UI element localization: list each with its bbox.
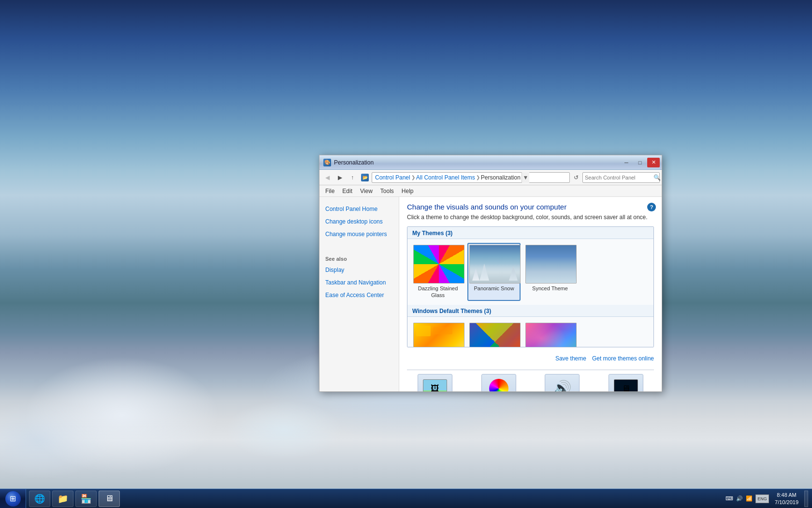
theme-name-synced: Synced Theme bbox=[525, 285, 575, 292]
option-desktop-background[interactable]: Desktop Background Slide Show bbox=[407, 374, 463, 391]
taskbar-control-panel[interactable]: 🖥 bbox=[99, 491, 120, 507]
save-theme-link[interactable]: Save theme bbox=[555, 355, 586, 362]
get-more-themes-link[interactable]: Get more themes online bbox=[592, 355, 654, 362]
taskbar-items: 🌐 📁 🏪 🖥 bbox=[26, 489, 722, 508]
desktop-background-icon bbox=[418, 374, 452, 391]
menu-help[interactable]: Help bbox=[398, 186, 418, 196]
theme-windows-2[interactable]: Windows bbox=[467, 321, 521, 347]
taskbar-right: ⌨ 🔊 📶 ENG 8:48 AM 7/10/2019 bbox=[722, 489, 812, 508]
show-desktop-button[interactable] bbox=[804, 491, 808, 507]
theme-name-dazzling: Dazzling Stained Glass bbox=[413, 285, 463, 299]
theme-preview-panoramic bbox=[469, 245, 521, 284]
theme-preview-synced bbox=[525, 245, 577, 284]
start-button[interactable]: ⊞ bbox=[0, 489, 26, 508]
tray-network[interactable]: 📶 bbox=[746, 495, 753, 502]
sounds-icon-box: 🔊 bbox=[545, 374, 580, 391]
sidebar-control-panel-home[interactable]: Control Panel Home bbox=[319, 203, 399, 215]
page-subtitle: Click a theme to change the desktop back… bbox=[407, 214, 654, 221]
theme-preview-windows-3 bbox=[525, 323, 577, 347]
back-button[interactable]: ◀ bbox=[321, 172, 333, 183]
sidebar-display[interactable]: Display bbox=[319, 264, 399, 276]
minimize-button[interactable]: ─ bbox=[620, 158, 633, 167]
menu-file[interactable]: File bbox=[321, 186, 338, 196]
page-heading: Change the visuals and sounds on your co… bbox=[407, 203, 654, 211]
title-bar: 🎨 Personalization ─ □ ✕ bbox=[319, 155, 662, 170]
close-button[interactable]: ✕ bbox=[647, 158, 660, 167]
theme-name-panoramic: Panoramic Snow bbox=[469, 285, 519, 292]
tray-lang[interactable]: ENG bbox=[755, 494, 769, 503]
color-swatch-icon bbox=[489, 379, 508, 391]
desktop: 🎨 Personalization ─ □ ✕ ◀ ▶ ↑ 📂 Control … bbox=[0, 0, 812, 508]
sidebar-change-mouse-pointers[interactable]: Change mouse pointers bbox=[319, 228, 399, 240]
up-button[interactable]: ↑ bbox=[347, 172, 358, 183]
sounds-icon: 🔊 bbox=[552, 379, 572, 391]
menu-edit[interactable]: Edit bbox=[338, 186, 356, 196]
breadcrumb-bar[interactable]: Control Panel ❯ All Control Panel Items … bbox=[372, 172, 570, 183]
color-icon-box bbox=[481, 374, 516, 391]
clock-time: 8:48 AM bbox=[777, 492, 796, 498]
my-themes-label: My Themes (3) bbox=[407, 227, 653, 239]
theme-preview-windows-2 bbox=[469, 323, 521, 347]
search-icon[interactable]: 🔍 bbox=[653, 174, 661, 181]
sidebar: Control Panel Home Change desktop icons … bbox=[319, 197, 399, 391]
option-color[interactable]: Color Automatic bbox=[471, 374, 527, 391]
help-icon[interactable]: ? bbox=[647, 203, 656, 211]
see-also-title: See also bbox=[319, 250, 399, 264]
breadcrumb-sep-1: ❯ bbox=[411, 175, 415, 180]
personalization-window: 🎨 Personalization ─ □ ✕ ◀ ▶ ↑ 📂 Control … bbox=[319, 155, 662, 392]
theme-windows-1[interactable]: Windows bbox=[411, 321, 464, 347]
background-preview bbox=[423, 379, 447, 391]
tray-volume[interactable]: 🔊 bbox=[736, 495, 743, 502]
option-sounds[interactable]: 🔊 Sounds Windows Default bbox=[535, 374, 591, 391]
windows-themes-label: Windows Default Themes (3) bbox=[407, 305, 653, 317]
address-dropdown-arrow[interactable]: ▼ bbox=[522, 172, 529, 183]
bottom-divider bbox=[407, 370, 654, 370]
location-icon: 📂 bbox=[361, 174, 369, 181]
taskbar-store[interactable]: 🏪 bbox=[75, 491, 97, 507]
screen-saver-icon-box: 🖥 bbox=[609, 374, 643, 391]
theme-preview-dazzling bbox=[413, 245, 464, 284]
themes-panel: My Themes (3) Dazzling Stained Glass bbox=[407, 226, 654, 347]
windows-themes-grid: Windows Windows Windows bbox=[407, 317, 653, 347]
clock[interactable]: 8:48 AM 7/10/2019 bbox=[771, 492, 802, 506]
window-title: Personalization bbox=[334, 159, 620, 166]
menu-view[interactable]: View bbox=[356, 186, 377, 196]
maximize-button[interactable]: □ bbox=[634, 158, 646, 167]
clock-date: 7/10/2019 bbox=[775, 499, 798, 506]
address-bar: ◀ ▶ ↑ 📂 Control Panel ❯ All Control Pane… bbox=[319, 170, 662, 185]
themes-links: Save theme Get more themes online bbox=[407, 353, 654, 364]
option-screen-saver[interactable]: 🖥 Screen Saver Blank bbox=[598, 374, 654, 391]
sidebar-change-desktop-icons[interactable]: Change desktop icons bbox=[319, 215, 399, 228]
main-content: ? Change the visuals and sounds on your … bbox=[399, 197, 662, 391]
refresh-button[interactable]: ↺ bbox=[571, 172, 581, 183]
theme-panoramic-snow[interactable]: Panoramic Snow bbox=[467, 243, 521, 301]
search-box: 🔍 bbox=[582, 172, 660, 183]
breadcrumb-sep-2: ❯ bbox=[476, 175, 480, 180]
sidebar-ease-of-access[interactable]: Ease of Access Center bbox=[319, 289, 399, 301]
title-controls: ─ □ ✕ bbox=[620, 158, 660, 167]
menu-tools[interactable]: Tools bbox=[377, 186, 398, 196]
taskbar: ⊞ 🌐 📁 🏪 🖥 ⌨ 🔊 📶 ENG 8:48 AM 7/10/2019 bbox=[0, 489, 812, 508]
breadcrumb-control-panel[interactable]: Control Panel bbox=[375, 174, 410, 181]
forward-button[interactable]: ▶ bbox=[334, 172, 346, 183]
theme-dazzling-stained-glass[interactable]: Dazzling Stained Glass bbox=[411, 243, 464, 301]
search-input[interactable] bbox=[585, 175, 652, 180]
breadcrumb-all-items[interactable]: All Control Panel Items bbox=[416, 174, 475, 181]
bottom-options: Desktop Background Slide Show Color Auto… bbox=[407, 374, 654, 391]
start-orb: ⊞ bbox=[5, 491, 21, 507]
window-icon: 🎨 bbox=[323, 159, 331, 166]
menu-bar: File Edit View Tools Help bbox=[319, 185, 662, 197]
taskbar-ie[interactable]: 🌐 bbox=[29, 491, 50, 507]
theme-synced[interactable]: Synced Theme bbox=[523, 243, 577, 301]
my-themes-grid: Dazzling Stained Glass Panorami bbox=[407, 239, 653, 305]
content-area: Control Panel Home Change desktop icons … bbox=[319, 197, 662, 391]
screen-saver-icon: 🖥 bbox=[614, 379, 638, 391]
breadcrumb-current: Personalization bbox=[481, 174, 521, 181]
theme-windows-3[interactable]: Windows bbox=[523, 321, 577, 347]
theme-preview-windows-1 bbox=[413, 323, 464, 347]
system-tray: ⌨ 🔊 📶 ENG bbox=[725, 494, 769, 503]
sidebar-taskbar-navigation[interactable]: Taskbar and Navigation bbox=[319, 276, 399, 289]
tray-keyboard[interactable]: ⌨ bbox=[725, 495, 733, 502]
taskbar-file-explorer[interactable]: 📁 bbox=[52, 491, 73, 507]
